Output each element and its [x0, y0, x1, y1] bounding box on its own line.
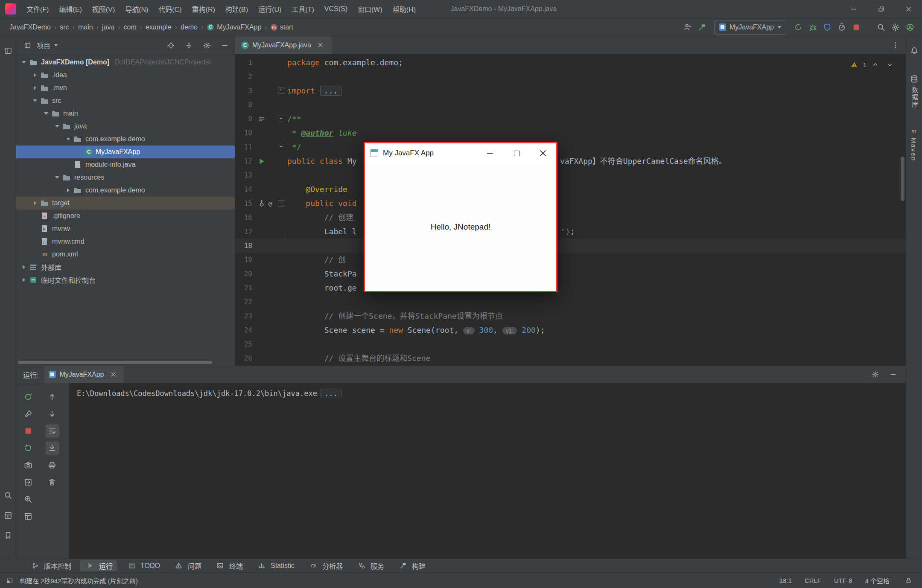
chevron-up-icon[interactable] — [869, 58, 881, 70]
project-tree-row[interactable]: resources — [16, 171, 235, 184]
find-tool-icon[interactable] — [2, 489, 14, 501]
stack-up-icon[interactable] — [46, 391, 58, 403]
tree-chevron-icon[interactable] — [32, 86, 38, 90]
chevron-down-icon[interactable] — [884, 58, 896, 70]
dialog-close-button[interactable] — [530, 143, 556, 163]
toolwindow-button[interactable]: 终端 — [210, 560, 247, 571]
layout-tool-icon[interactable] — [2, 509, 14, 521]
soft-wrap-icon[interactable] — [46, 425, 58, 437]
close-icon[interactable] — [108, 369, 120, 381]
menu-item[interactable]: 帮助(H) — [388, 2, 420, 16]
menu-item[interactable]: 运行(U) — [254, 2, 286, 16]
run-console[interactable]: E:\Downloads\CodesDownloads\jdk\jdk-17.0… — [69, 383, 906, 559]
project-horizontal-scrollbar[interactable] — [18, 361, 212, 364]
profiler-icon[interactable] — [836, 21, 848, 33]
caret-position[interactable]: 18:1 — [779, 577, 792, 584]
stop-icon[interactable] — [850, 21, 862, 33]
tree-chevron-icon[interactable] — [21, 265, 26, 269]
tool-stripe-label[interactable]: 数据库 — [910, 87, 919, 108]
breadcrumb-item[interactable]: JavaFXDemo — [8, 23, 53, 32]
debug-icon[interactable] — [807, 21, 819, 33]
toolwindow-button[interactable]: 服务 — [351, 560, 388, 571]
build-hammer-icon[interactable] — [696, 21, 708, 33]
project-tree-row[interactable]: com.example.demo — [16, 184, 235, 197]
project-tree-row[interactable]: module-info.java — [16, 158, 235, 171]
project-tree-row[interactable]: target — [16, 197, 235, 210]
notifications-icon[interactable] — [908, 45, 920, 57]
run-tab[interactable]: MyJavaFXApp — [44, 366, 123, 383]
fold-marker[interactable]: − — [277, 196, 285, 210]
fold-marker[interactable]: − — [277, 140, 285, 154]
breadcrumb-item[interactable]: example — [144, 23, 173, 32]
fold-marker-box[interactable]: + — [278, 87, 284, 94]
settings-icon[interactable] — [201, 39, 213, 51]
print-icon[interactable] — [46, 459, 58, 471]
fold-marker[interactable]: + — [277, 84, 285, 98]
project-tree-row[interactable]: main — [16, 107, 235, 120]
scroll-end-icon[interactable] — [46, 442, 58, 454]
close-icon[interactable] — [895, 0, 922, 18]
restore-icon[interactable] — [867, 0, 895, 18]
breadcrumb-item[interactable]: demo — [179, 23, 199, 32]
toolwindow-button[interactable]: 运行 — [80, 560, 117, 571]
line-separator[interactable]: CRLF — [805, 577, 821, 584]
project-tree-row[interactable]: com.example.demo — [16, 133, 235, 146]
menu-item[interactable]: 代码(C) — [154, 2, 186, 16]
tree-chevron-icon[interactable] — [21, 61, 26, 64]
tree-chevron-icon[interactable] — [66, 188, 71, 192]
coverage-icon[interactable] — [821, 21, 833, 33]
tree-chevron-icon[interactable] — [32, 99, 38, 102]
search-icon[interactable] — [875, 21, 887, 33]
close-icon[interactable] — [315, 39, 327, 51]
toolwindow-button[interactable]: 构建 — [393, 560, 430, 571]
project-tree-row[interactable]: JavaFXDemo [Demo]D:\IDEAProjects\JCNCPro… — [16, 56, 235, 69]
fold-marker-box[interactable]: − — [278, 200, 284, 207]
menu-item[interactable]: 重构(R) — [188, 2, 219, 16]
clear-all-icon[interactable] — [46, 476, 58, 488]
hide-icon[interactable] — [219, 39, 230, 51]
collapse-all-icon[interactable] — [183, 39, 195, 51]
tree-chevron-icon[interactable] — [21, 278, 26, 282]
code-view[interactable]: 1package com.example.demo;23+import ...8… — [235, 54, 906, 366]
breadcrumb-item[interactable]: mstart — [269, 23, 295, 32]
menu-item[interactable]: 导航(N) — [121, 2, 152, 16]
code-with-me-icon[interactable] — [904, 21, 916, 33]
dialog-minimize-button[interactable] — [477, 143, 503, 163]
stop-icon[interactable] — [22, 425, 34, 437]
settings-icon[interactable] — [890, 21, 902, 33]
project-tree-row[interactable]: MyJavaFXApp — [16, 146, 235, 158]
breadcrumb-item[interactable]: com — [122, 23, 138, 32]
tree-chevron-icon[interactable] — [55, 176, 60, 179]
breadcrumb-item[interactable]: java — [100, 23, 116, 32]
menu-item[interactable]: 文件(F) — [22, 2, 53, 16]
project-tree-row[interactable]: .gitignore — [16, 210, 235, 222]
render-doc-icon[interactable] — [257, 115, 266, 123]
tool-stripe-label[interactable]: Maven — [910, 138, 917, 161]
bookmarks-icon[interactable] — [2, 530, 14, 541]
annotation-icon[interactable]: @ — [267, 199, 275, 208]
indent-style[interactable]: 4 个空格 — [865, 576, 890, 585]
thread-dump-icon[interactable] — [22, 459, 34, 471]
filter-icon[interactable] — [22, 493, 34, 505]
stack-down-icon[interactable] — [46, 408, 58, 420]
chevron-down-icon[interactable] — [54, 44, 58, 47]
more-icon[interactable] — [890, 39, 902, 51]
maven-icon[interactable]: m — [908, 124, 920, 136]
editor-scrollbar[interactable] — [901, 157, 904, 201]
tree-chevron-icon[interactable] — [32, 201, 38, 205]
project-tree-row[interactable]: 外部库 — [16, 261, 235, 274]
javafx-app-window[interactable]: My JavaFX App Hello, JNotepad! — [364, 142, 557, 292]
dialog-titlebar[interactable]: My JavaFX App — [365, 143, 556, 163]
menu-item[interactable]: 工具(T) — [287, 2, 318, 16]
menu-item[interactable]: 构建(B) — [221, 2, 252, 16]
toolwindow-button[interactable]: TODO — [121, 560, 164, 571]
minimize-icon[interactable] — [840, 0, 867, 18]
file-encoding[interactable]: UTF-8 — [834, 577, 852, 584]
build-settings-icon[interactable] — [22, 408, 34, 420]
menu-item[interactable]: 窗口(W) — [353, 2, 387, 16]
hide-icon[interactable] — [887, 369, 899, 381]
toolwindow-button[interactable]: 分析器 — [303, 560, 347, 571]
editor-tab[interactable]: MyJavaFXApp.java — [235, 36, 332, 54]
breadcrumb-item[interactable]: src — [58, 23, 70, 32]
toolwindow-button[interactable]: 版本控制 — [25, 560, 76, 571]
